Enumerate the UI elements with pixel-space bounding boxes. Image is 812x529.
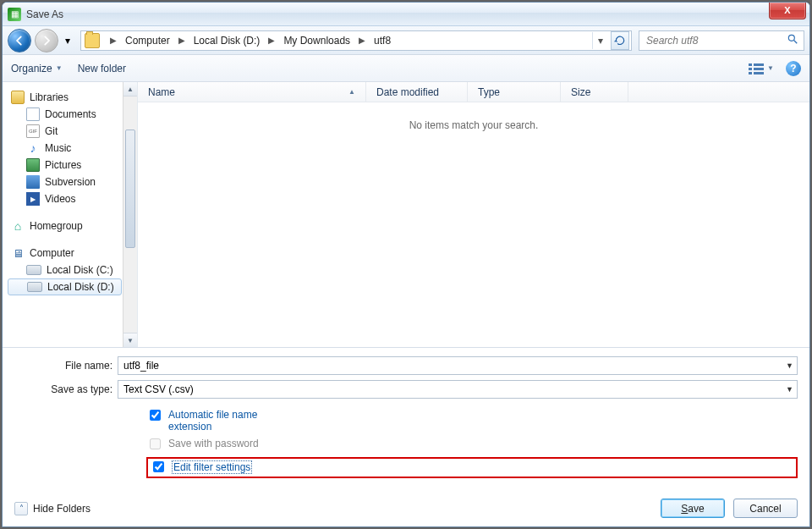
refresh-icon xyxy=(614,35,626,47)
file-list-area: Name▲ Date modified Type Size No items m… xyxy=(138,82,809,347)
tree-disk-d[interactable]: Local Disk (D:) xyxy=(8,278,122,295)
auto-extension-checkbox[interactable]: Automatic file name extension xyxy=(146,409,798,433)
chevron-right-icon: ▶ xyxy=(263,36,280,45)
breadcrumb-item[interactable]: My Downloads xyxy=(280,31,354,50)
tree-computer[interactable]: 🖥Computer xyxy=(8,245,137,262)
help-button[interactable]: ? xyxy=(786,61,801,76)
edit-filter-settings-checkbox[interactable]: Edit filter settings xyxy=(150,460,252,475)
breadcrumb-item[interactable]: Computer xyxy=(122,31,173,50)
chevron-up-icon: ˄ xyxy=(14,502,28,515)
tree-videos[interactable]: ▶Videos xyxy=(8,190,137,207)
nav-history-dropdown[interactable]: ▾ xyxy=(62,29,74,52)
tree-git[interactable]: GIFGit xyxy=(8,123,137,140)
column-type[interactable]: Type xyxy=(468,82,561,102)
scroll-up-button[interactable]: ▲ xyxy=(123,82,137,96)
checkbox-input[interactable] xyxy=(150,410,161,421)
svg-rect-2 xyxy=(749,63,752,66)
save-password-checkbox[interactable]: Save with password xyxy=(146,438,798,452)
tree-scrollbar[interactable]: ▲ ▼ xyxy=(123,82,137,347)
column-name[interactable]: Name▲ xyxy=(138,82,366,102)
document-icon xyxy=(26,107,40,121)
svg-rect-4 xyxy=(749,68,752,70)
chevron-right-icon: ▶ xyxy=(105,36,122,45)
refresh-button[interactable] xyxy=(611,31,629,50)
videos-icon: ▶ xyxy=(26,192,40,206)
tree-subversion[interactable]: Subversion xyxy=(8,174,137,190)
back-button[interactable] xyxy=(8,29,31,52)
dialog-actions: ˄ Hide Folders Save Cancel xyxy=(3,490,809,526)
chevron-right-icon: ▶ xyxy=(354,36,370,45)
list-view-icon xyxy=(749,63,765,74)
breadcrumb-item[interactable]: Local Disk (D:) xyxy=(190,31,264,50)
cancel-button[interactable]: Cancel xyxy=(733,499,798,518)
edit-filter-highlight: Edit filter settings xyxy=(146,457,798,478)
breadcrumb-item[interactable]: utf8 xyxy=(370,31,394,50)
empty-message: No items match your search. xyxy=(138,102,809,347)
disk-icon xyxy=(27,282,42,292)
scroll-down-button[interactable]: ▼ xyxy=(123,333,137,347)
svg-rect-3 xyxy=(754,63,764,66)
column-headers: Name▲ Date modified Type Size xyxy=(138,82,809,102)
save-password-label: Save with password xyxy=(168,438,259,449)
chevron-down-icon[interactable]: ▼ xyxy=(786,385,793,394)
filename-label: File name: xyxy=(14,360,112,372)
auto-extension-label: Automatic file name extension xyxy=(168,409,295,433)
svg-rect-6 xyxy=(749,72,752,74)
arrow-left-icon xyxy=(14,35,25,47)
checkbox-input[interactable] xyxy=(150,438,161,449)
column-size[interactable]: Size xyxy=(561,82,628,102)
saveastype-value: Text CSV (.csv) xyxy=(123,383,194,395)
sort-asc-icon: ▲ xyxy=(348,88,355,96)
column-date[interactable]: Date modified xyxy=(366,82,468,102)
toolbar: Organize▼ New folder ▼ ? xyxy=(3,55,809,82)
svg-line-1 xyxy=(794,41,798,44)
window-title: Save As xyxy=(26,8,63,20)
svg-rect-5 xyxy=(754,68,764,70)
svg-rect-7 xyxy=(754,72,764,74)
tree-homegroup[interactable]: ⌂Homegroup xyxy=(8,218,137,234)
hide-folders-button[interactable]: ˄ Hide Folders xyxy=(14,502,91,515)
computer-icon: 🖥 xyxy=(11,246,25,260)
search-box[interactable] xyxy=(639,30,804,51)
nav-row: ▾ ▶ Computer ▶ Local Disk (D:) ▶ My Down… xyxy=(3,26,809,55)
save-options-pane: File name: utf8_file ▼ Save as type: Tex… xyxy=(3,348,809,490)
search-input[interactable] xyxy=(645,34,787,47)
tree-documents[interactable]: Documents xyxy=(8,106,137,123)
folder-tree[interactable]: Libraries Documents GIFGit ♪Music Pictur… xyxy=(3,82,138,347)
filename-value: utf8_file xyxy=(123,360,159,372)
tree-disk-c[interactable]: Local Disk (C:) xyxy=(8,262,137,278)
chevron-right-icon: ▶ xyxy=(173,36,190,45)
organize-menu[interactable]: Organize▼ xyxy=(11,63,63,74)
folder-icon xyxy=(85,33,100,48)
disk-icon xyxy=(26,265,41,275)
save-as-dialog: ▦ Save As X ▾ ▶ Computer ▶ Local Disk (D… xyxy=(2,2,810,527)
app-icon: ▦ xyxy=(8,8,21,21)
svg-point-0 xyxy=(788,35,794,41)
scroll-thumb[interactable] xyxy=(125,129,135,248)
forward-button[interactable] xyxy=(35,29,58,52)
breadcrumb[interactable]: ▶ Computer ▶ Local Disk (D:) ▶ My Downlo… xyxy=(80,30,632,51)
close-button[interactable]: X xyxy=(769,3,806,19)
save-button[interactable]: Save xyxy=(661,499,725,518)
homegroup-icon: ⌂ xyxy=(11,219,25,233)
saveastype-row: Save as type: Text CSV (.csv) ▼ xyxy=(14,380,798,399)
arrow-right-icon xyxy=(41,35,52,47)
edit-filter-settings-label: Edit filter settings xyxy=(172,460,252,474)
saveastype-select[interactable]: Text CSV (.csv) ▼ xyxy=(118,380,798,399)
tree-libraries[interactable]: Libraries xyxy=(8,89,137,106)
chevron-down-icon[interactable]: ▼ xyxy=(786,361,793,370)
tree-pictures[interactable]: Pictures xyxy=(8,157,137,174)
filename-input[interactable]: utf8_file ▼ xyxy=(118,356,798,375)
music-icon: ♪ xyxy=(26,141,40,155)
view-options-button[interactable]: ▼ xyxy=(745,61,777,76)
dialog-body: Libraries Documents GIFGit ♪Music Pictur… xyxy=(3,82,809,348)
git-icon: GIF xyxy=(26,124,40,138)
save-options: Automatic file name extension Save with … xyxy=(14,404,798,482)
tree-music[interactable]: ♪Music xyxy=(8,140,137,157)
search-icon xyxy=(787,33,798,47)
new-folder-button[interactable]: New folder xyxy=(78,63,126,74)
subversion-icon xyxy=(26,175,40,189)
breadcrumb-dropdown[interactable]: ▾ xyxy=(592,32,607,49)
libraries-icon xyxy=(11,91,25,104)
checkbox-input[interactable] xyxy=(153,461,164,472)
